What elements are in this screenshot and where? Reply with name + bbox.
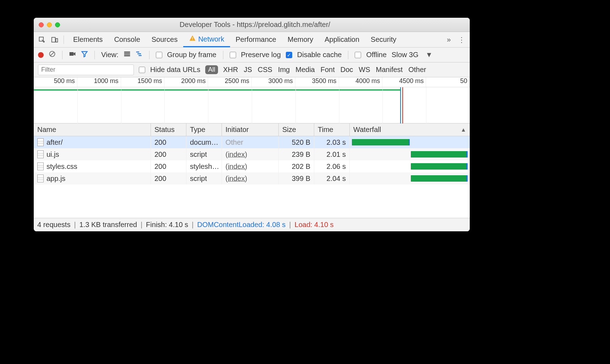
filter-type-other[interactable]: Other	[408, 66, 426, 74]
tab-elements[interactable]: Elements	[67, 32, 108, 47]
timeline-tick: 50	[426, 77, 470, 87]
dcl-marker	[400, 87, 401, 123]
timeline-tick: 1000 ms	[77, 77, 121, 87]
status-finish: Finish: 4.10 s	[146, 221, 188, 229]
col-status[interactable]: Status	[151, 123, 186, 136]
panel-tabs: ElementsConsoleSourcesNetworkPerformance…	[34, 32, 470, 48]
disable-cache-checkbox[interactable]	[286, 52, 292, 58]
hide-data-urls-checkbox[interactable]	[139, 67, 145, 73]
record-icon[interactable]	[38, 52, 44, 58]
initiator-link[interactable]: (index)	[225, 162, 247, 171]
tab-memory[interactable]: Memory	[282, 32, 319, 47]
filter-icon[interactable]	[81, 50, 88, 59]
svg-rect-13	[138, 55, 141, 56]
device-toggle-icon[interactable]	[49, 36, 60, 43]
filter-type-js[interactable]: JS	[244, 66, 252, 74]
svg-rect-1	[52, 37, 55, 42]
large-rows-icon[interactable]	[124, 50, 131, 59]
status-load: Load: 4.10 s	[295, 221, 334, 229]
network-toolbar: View: Group by frame Preserve log Disabl…	[34, 48, 470, 62]
filter-type-img[interactable]: Img	[278, 66, 290, 74]
filter-type-doc[interactable]: Doc	[341, 66, 353, 74]
initiator-link[interactable]: (index)	[225, 175, 247, 183]
svg-line-6	[50, 52, 54, 56]
timeline-tick: 3500 ms	[295, 77, 339, 87]
svg-rect-12	[137, 53, 141, 54]
document-icon	[37, 150, 44, 158]
document-icon	[37, 175, 44, 182]
svg-rect-4	[192, 39, 193, 40]
table-row[interactable]: app.js200script(index)399 B2.04 s	[34, 172, 470, 184]
col-time[interactable]: Time	[314, 123, 350, 136]
preserve-log-label: Preserve log	[241, 51, 281, 59]
chevron-down-icon[interactable]: ▼	[425, 51, 432, 59]
camera-icon[interactable]	[69, 50, 76, 59]
timeline-activity-bar	[34, 89, 400, 90]
timeline-tick: 2000 ms	[164, 77, 208, 87]
document-icon	[37, 138, 44, 146]
window-title: Developer Tools - https://preload.glitch…	[45, 21, 465, 29]
tab-security[interactable]: Security	[365, 32, 402, 47]
view-label: View:	[101, 51, 119, 59]
filter-input[interactable]	[38, 65, 134, 75]
filter-type-xhr[interactable]: XHR	[223, 66, 238, 74]
initiator-link[interactable]: (index)	[225, 150, 247, 159]
group-by-frame-label: Group by frame	[167, 51, 217, 59]
load-marker	[402, 87, 403, 123]
table-row[interactable]: ui.js200script(index)239 B2.01 s	[34, 148, 470, 160]
group-by-frame-checkbox[interactable]	[156, 52, 162, 58]
preserve-log-checkbox[interactable]	[230, 52, 236, 58]
request-table: after/200docum…Other520 B2.03 sui.js200s…	[34, 136, 470, 218]
timeline-tick: 4000 ms	[339, 77, 383, 87]
filter-all-pill[interactable]: All	[205, 65, 218, 74]
inspect-icon[interactable]	[37, 36, 47, 43]
svg-rect-11	[136, 51, 139, 53]
filter-type-manifest[interactable]: Manifest	[376, 66, 403, 74]
status-dcl: DOMContentLoaded: 4.08 s	[197, 221, 285, 229]
kebab-menu-icon[interactable]: ⋮	[456, 35, 467, 44]
table-row[interactable]: after/200docum…Other520 B2.03 s	[34, 136, 470, 148]
table-row[interactable]: styles.css200stylesh…(index)202 B2.06 s	[34, 160, 470, 172]
timeline-tick: 500 ms	[34, 77, 77, 87]
timeline-tick: 1500 ms	[121, 77, 165, 87]
offline-label: Offline	[366, 51, 386, 59]
offline-checkbox[interactable]	[355, 52, 361, 58]
tab-console[interactable]: Console	[108, 32, 146, 47]
filter-type-ws[interactable]: WS	[359, 66, 370, 74]
hide-data-urls-label: Hide data URLs	[150, 66, 200, 74]
svg-rect-2	[56, 38, 58, 42]
col-size[interactable]: Size	[279, 123, 314, 136]
tab-sources[interactable]: Sources	[146, 32, 183, 47]
svg-rect-9	[124, 53, 130, 54]
sort-asc-icon: ▲	[461, 127, 466, 133]
timeline-overview[interactable]: 500 ms1000 ms1500 ms2000 ms2500 ms3000 m…	[34, 77, 470, 123]
waterfall-bar	[411, 151, 468, 158]
filter-type-css[interactable]: CSS	[258, 66, 272, 74]
devtools-window: Developer Tools - https://preload.glitch…	[34, 18, 470, 231]
col-type[interactable]: Type	[186, 123, 222, 136]
filter-type-font[interactable]: Font	[321, 66, 335, 74]
table-header: Name Status Type Initiator Size Time Wat…	[34, 123, 470, 136]
warning-icon	[189, 35, 196, 44]
col-waterfall[interactable]: Waterfall▲	[350, 123, 470, 136]
col-initiator[interactable]: Initiator	[222, 123, 279, 136]
tab-network[interactable]: Network	[183, 32, 230, 47]
waterfall-view-icon[interactable]	[136, 50, 143, 59]
filter-bar: Hide data URLs All XHRJSCSSImgMediaFontD…	[34, 62, 470, 77]
waterfall-bar	[411, 163, 468, 170]
disable-cache-label: Disable cache	[297, 51, 342, 59]
close-icon[interactable]	[39, 22, 44, 27]
initiator-link: Other	[225, 138, 243, 147]
col-name[interactable]: Name	[34, 123, 151, 136]
svg-rect-10	[124, 55, 130, 56]
divider	[64, 35, 64, 44]
more-tabs-icon[interactable]: »	[443, 35, 454, 44]
filter-type-media[interactable]: Media	[295, 66, 315, 74]
svg-rect-3	[192, 37, 193, 39]
timeline-tick: 2500 ms	[208, 77, 252, 87]
clear-icon[interactable]	[49, 50, 56, 59]
waterfall-bar	[411, 175, 468, 182]
throttle-select[interactable]: Slow 3G	[392, 51, 419, 59]
tab-application[interactable]: Application	[319, 32, 365, 47]
tab-performance[interactable]: Performance	[230, 32, 282, 47]
